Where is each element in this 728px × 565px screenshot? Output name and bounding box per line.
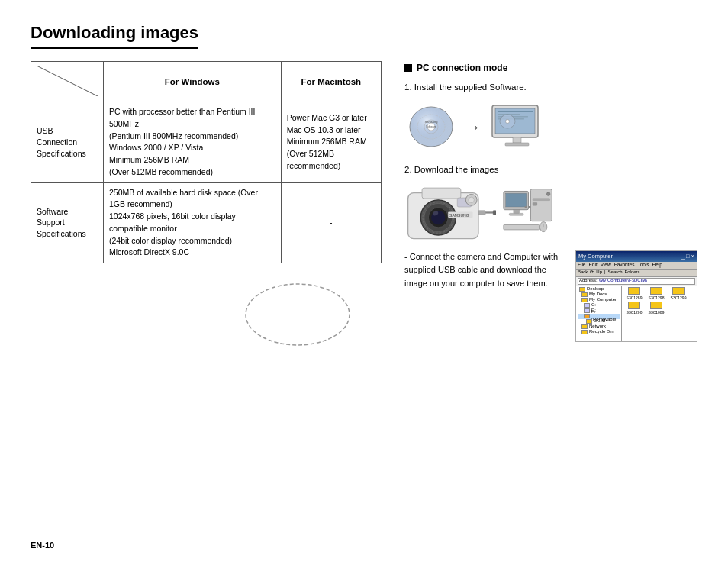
explorer-toolbar: Back ⟳ Up | Search Folders <box>576 270 697 277</box>
svg-line-0 <box>37 66 98 96</box>
bottom-note-section: - Connect the camera and Computer with s… <box>404 250 697 342</box>
row-label-software: SoftwareSupportSpecifications <box>31 182 104 263</box>
col-header-mac: For Macintosh <box>281 62 381 102</box>
pc-mode-title: PC connection mode <box>404 61 697 75</box>
step1-label: 1. Install the supplied Software. <box>404 81 697 94</box>
svg-point-33 <box>246 284 350 345</box>
explorer-right-panel: S3C1289 S3C1298 S3C1299 <box>622 286 697 342</box>
svg-rect-31 <box>478 210 485 215</box>
svg-rect-41 <box>509 213 523 215</box>
pc-mode-label: PC connection mode <box>417 61 507 75</box>
cd-disc-icon: Samsung Software <box>404 102 458 151</box>
step1-image-row: Samsung Software → <box>404 102 697 151</box>
bullet-icon <box>404 64 412 72</box>
row-label-usb: USBConnectionSpecifications <box>31 102 104 183</box>
software-windows-spec: 250MB of available hard disk space (Over… <box>104 182 282 263</box>
explorer-left-panel: Desktop My Docs My Computer C: D: F:(Rem… <box>576 286 622 342</box>
diagonal-header <box>37 66 98 96</box>
windows-explorer-screenshot: My Computer _ □ × File Edit View Favorit… <box>575 250 697 342</box>
explorer-controls: _ □ × <box>681 252 694 261</box>
dashed-outline <box>244 282 351 347</box>
svg-rect-42 <box>504 224 540 230</box>
explorer-address-bar: Address: \My Computer\F:\DCIM\ <box>578 278 695 285</box>
explorer-menu: File Edit View Favorites Tools Help <box>576 262 697 270</box>
table-row: USBConnectionSpecifications PC with proc… <box>31 102 382 183</box>
svg-rect-14 <box>513 137 521 143</box>
step2-label: 2. Download the images <box>404 163 697 176</box>
col-header-windows: For Windows <box>104 62 282 102</box>
tree-item: My Computer <box>578 298 620 303</box>
svg-rect-19 <box>422 188 461 199</box>
svg-text:SAMSUNG: SAMSUNG <box>449 213 469 218</box>
table-row: SoftwareSupportSpecifications 250MB of a… <box>31 182 382 263</box>
page-title: Downloading images <box>31 23 198 49</box>
file-item: S3C1298 <box>646 287 667 301</box>
svg-text:Software: Software <box>426 125 436 128</box>
file-item: S3C1289 <box>623 287 645 301</box>
usb-windows-spec: PC with processor better than Pentium II… <box>104 102 282 183</box>
explorer-address-text: \My Computer\F:\DCIM\ <box>599 277 647 285</box>
right-section: PC connection mode 1. Install the suppli… <box>404 61 697 342</box>
page-container: Downloading images For Windows For Macin… <box>0 0 728 565</box>
svg-rect-35 <box>533 198 549 200</box>
page-number: EN-10 <box>31 541 54 550</box>
step2-image-row: SAMSUNG <box>404 182 697 243</box>
desktop-computer-icon <box>502 186 556 239</box>
svg-rect-15 <box>505 143 529 146</box>
usb-mac-spec: Power Mac G3 or later Mac OS 10.3 or lat… <box>281 102 381 183</box>
svg-rect-32 <box>493 210 496 215</box>
svg-rect-10 <box>498 111 533 112</box>
svg-text:Samsung: Samsung <box>425 120 438 124</box>
explorer-titlebar: My Computer _ □ × <box>576 251 697 262</box>
camera-icon: SAMSUNG <box>404 182 496 243</box>
main-content: For Windows For Macintosh USBConnectionS… <box>31 61 697 342</box>
svg-rect-39 <box>506 193 527 207</box>
software-mac-spec: - <box>281 182 381 263</box>
svg-rect-37 <box>533 202 537 205</box>
tree-item: Recycle Bin <box>578 330 620 335</box>
monitor-icon <box>488 102 546 151</box>
file-item: S3C1089 <box>646 302 667 315</box>
file-item: S3C1299 <box>668 287 689 301</box>
file-item: S3C1200 <box>623 302 645 315</box>
svg-rect-40 <box>514 209 519 213</box>
svg-point-17 <box>506 120 510 124</box>
explorer-body: Desktop My Docs My Computer C: D: F:(Rem… <box>576 286 697 342</box>
step1-arrow-icon: → <box>465 115 481 138</box>
svg-point-30 <box>469 197 474 202</box>
bottom-connect-text: - Connect the camera and Computer with s… <box>404 250 569 342</box>
spec-table: For Windows For Macintosh USBConnectionS… <box>31 61 382 263</box>
svg-point-36 <box>546 192 550 195</box>
explorer-title-text: My Computer <box>578 252 613 261</box>
